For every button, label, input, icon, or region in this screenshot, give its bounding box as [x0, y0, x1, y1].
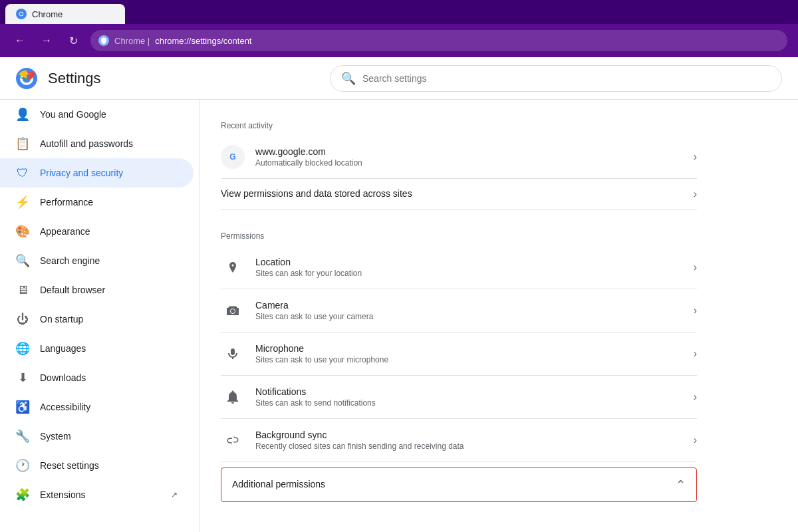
- system-icon: 🔧: [16, 430, 29, 443]
- microphone-title: Microphone: [255, 343, 683, 354]
- address-prefix: Chrome |: [114, 36, 150, 46]
- permissions-section: Permissions LocationSites can ask for yo…: [221, 221, 697, 502]
- sidebar-item-system[interactable]: 🔧System: [0, 422, 194, 451]
- location-icon: [221, 255, 245, 279]
- sidebar-item-downloads[interactable]: ⬇Downloads: [0, 363, 194, 392]
- camera-icon: [221, 299, 245, 323]
- sidebar-item-reset-settings[interactable]: 🕐Reset settings: [0, 451, 194, 480]
- background-sync-arrow-icon: ›: [694, 434, 697, 446]
- downloads-icon: ⬇: [16, 371, 29, 384]
- content-inner: Recent activity G www.google.com Automat…: [200, 100, 718, 513]
- chrome-favicon-icon: [16, 9, 27, 19]
- background-sync-icon: [221, 428, 245, 452]
- accessibility-icon: ♿: [16, 400, 29, 414]
- settings-header: Settings 🔍: [0, 57, 798, 100]
- chevron-up-icon: ⌃: [676, 477, 686, 492]
- recent-activity-label: Recent activity: [221, 110, 697, 136]
- notifications-text: NotificationsSites can ask to send notif…: [255, 386, 683, 408]
- sidebar-item-you-and-google[interactable]: 👤You and Google: [0, 100, 194, 129]
- reload-button[interactable]: ↻: [64, 31, 82, 50]
- sidebar-item-privacy-security[interactable]: 🛡Privacy and security: [0, 158, 194, 188]
- search-icon: 🔍: [341, 71, 356, 86]
- camera-text: CameraSites can ask to use your camera: [255, 300, 683, 321]
- permission-row-notifications[interactable]: NotificationsSites can ask to send notif…: [221, 376, 697, 419]
- external-link-icon: ↗: [171, 490, 178, 499]
- google-favicon-icon: G: [221, 145, 245, 169]
- tab-title: Chrome: [32, 9, 63, 19]
- svg-text:G: G: [229, 152, 235, 162]
- autofill-icon: 📋: [16, 137, 29, 150]
- sidebar-item-extensions[interactable]: 🧩Extensions↗: [0, 480, 194, 509]
- view-permissions-text: View permissions and data stored across …: [221, 188, 683, 200]
- sidebar-item-on-startup[interactable]: ⏻On startup: [0, 305, 194, 334]
- recent-site-name: www.google.com: [255, 146, 683, 157]
- appearance-icon: 🎨: [16, 225, 29, 238]
- view-permissions-arrow-icon: ›: [694, 188, 697, 200]
- search-box[interactable]: 🔍: [330, 65, 782, 92]
- browser-toolbar: ← → ↻ Chrome | chrome://settings/content: [0, 24, 798, 57]
- sidebar-item-label-downloads: Downloads: [40, 372, 86, 383]
- notifications-icon: [221, 385, 245, 409]
- sidebar: 👤You and Google📋Autofill and passwords🛡P…: [0, 57, 200, 532]
- security-icon: [98, 35, 109, 46]
- address-text: chrome://settings/content: [155, 36, 251, 46]
- default-browser-icon: 🖥: [16, 283, 29, 297]
- view-permissions-row[interactable]: View permissions and data stored across …: [221, 179, 697, 210]
- chrome-tab[interactable]: Chrome: [5, 4, 125, 24]
- sidebar-item-appearance[interactable]: 🎨Appearance: [0, 217, 194, 246]
- sidebar-item-label-appearance: Appearance: [40, 226, 90, 237]
- permission-row-camera[interactable]: CameraSites can ask to use your camera›: [221, 289, 697, 332]
- sidebar-item-label-default-browser: Default browser: [40, 285, 105, 295]
- additional-permissions-row[interactable]: Additional permissions ⌃: [221, 467, 697, 502]
- background-sync-text: Background syncRecently closed sites can…: [255, 430, 683, 451]
- back-button[interactable]: ←: [11, 31, 29, 50]
- location-arrow-icon: ›: [694, 261, 697, 273]
- view-permissions-label: View permissions and data stored across …: [221, 188, 683, 199]
- search-engine-icon: 🔍: [16, 254, 29, 267]
- sidebar-item-default-browser[interactable]: 🖥Default browser: [0, 275, 194, 305]
- sidebar-item-accessibility[interactable]: ♿Accessibility: [0, 392, 194, 422]
- microphone-arrow-icon: ›: [694, 348, 697, 360]
- extensions-icon: 🧩: [16, 488, 29, 501]
- sidebar-item-label-system: System: [40, 431, 71, 442]
- page-title: Settings: [48, 70, 101, 87]
- location-subtitle: Sites can ask for your location: [255, 269, 683, 278]
- permissions-label: Permissions: [221, 221, 697, 246]
- notifications-arrow-icon: ›: [694, 391, 697, 403]
- location-title: Location: [255, 257, 683, 267]
- you-and-google-icon: 👤: [16, 108, 29, 121]
- notifications-title: Notifications: [255, 386, 683, 397]
- sidebar-item-languages[interactable]: 🌐Languages: [0, 334, 194, 363]
- recent-activity-text: www.google.com Automatically blocked loc…: [255, 146, 683, 168]
- camera-arrow-icon: ›: [694, 305, 697, 317]
- sidebar-item-performance[interactable]: ⚡Performance: [0, 188, 194, 217]
- additional-permissions-label: Additional permissions: [232, 479, 676, 489]
- background-sync-subtitle: Recently closed sites can finish sending…: [255, 442, 683, 451]
- permission-row-location[interactable]: LocationSites can ask for your location›: [221, 246, 697, 289]
- sidebar-item-label-reset-settings: Reset settings: [40, 460, 99, 471]
- permission-row-background-sync[interactable]: Background syncRecently closed sites can…: [221, 419, 697, 462]
- tab-bar: Chrome: [0, 0, 798, 24]
- microphone-text: MicrophoneSites can ask to use your micr…: [255, 343, 683, 364]
- microphone-icon: [221, 342, 245, 366]
- location-text: LocationSites can ask for your location: [255, 257, 683, 278]
- sidebar-item-label-extensions: Extensions: [40, 489, 85, 500]
- permission-row-microphone[interactable]: MicrophoneSites can ask to use your micr…: [221, 332, 697, 376]
- sidebar-item-autofill[interactable]: 📋Autofill and passwords: [0, 129, 194, 158]
- forward-button[interactable]: →: [37, 31, 56, 50]
- background-sync-title: Background sync: [255, 430, 683, 440]
- sidebar-item-search-engine[interactable]: 🔍Search engine: [0, 246, 194, 275]
- sidebar-item-label-autofill: Autofill and passwords: [40, 138, 133, 149]
- search-input[interactable]: [362, 73, 771, 84]
- recent-activity-google-row[interactable]: G www.google.com Automatically blocked l…: [221, 136, 697, 179]
- main-content: Recent activity G www.google.com Automat…: [200, 57, 798, 532]
- sidebar-item-label-languages: Languages: [40, 343, 86, 354]
- notifications-subtitle: Sites can ask to send notifications: [255, 398, 683, 408]
- performance-icon: ⚡: [16, 196, 29, 209]
- address-bar[interactable]: Chrome | chrome://settings/content: [90, 30, 787, 51]
- sidebar-item-label-on-startup: On startup: [40, 314, 83, 325]
- svg-point-2: [20, 13, 23, 16]
- sidebar-item-label-accessibility: Accessibility: [40, 402, 90, 412]
- permissions-list: LocationSites can ask for your location›…: [221, 246, 697, 462]
- page-layout: 👤You and Google📋Autofill and passwords🛡P…: [0, 57, 798, 532]
